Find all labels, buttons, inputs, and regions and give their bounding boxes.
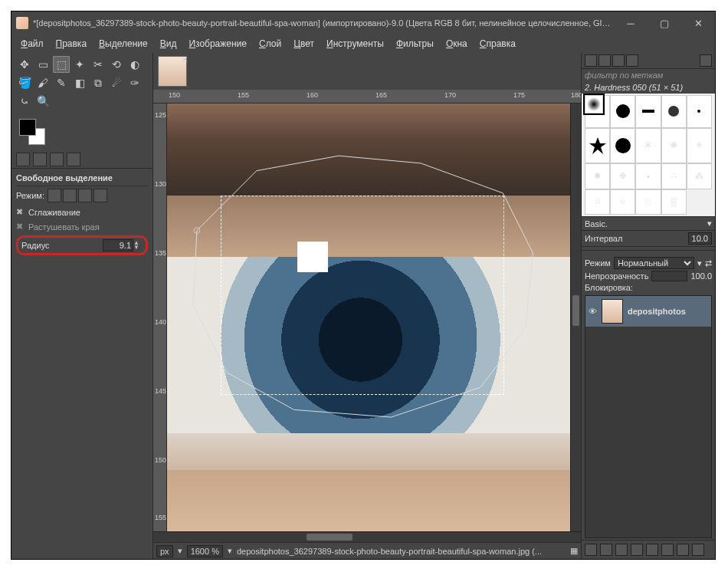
interval-value[interactable]: 10.0: [688, 232, 712, 245]
move-tool[interactable]: ✥: [16, 56, 33, 73]
feather-check[interactable]: ✖: [16, 222, 25, 232]
warp-tool[interactable]: ◐: [126, 56, 143, 73]
scrollbar-vertical[interactable]: [570, 104, 581, 531]
nav-icon[interactable]: ▦: [570, 546, 578, 556]
transform-tool[interactable]: ⟲: [108, 56, 125, 73]
zoom-tool[interactable]: 🔍: [34, 93, 51, 110]
visibility-eye-icon[interactable]: 👁: [589, 307, 597, 316]
tab-patterns[interactable]: [598, 54, 611, 67]
mask-layer-icon[interactable]: [677, 544, 689, 556]
brush-item-selected[interactable]: [585, 95, 603, 113]
raise-layer-icon[interactable]: [615, 544, 628, 556]
picker-tool[interactable]: ⤿: [16, 93, 33, 110]
opacity-value[interactable]: 100.0: [690, 271, 712, 281]
brush-item[interactable]: ❋: [661, 128, 687, 164]
close-tab-icon[interactable]: ✕: [182, 55, 188, 64]
delete-layer-icon[interactable]: [692, 544, 704, 556]
radius-value[interactable]: 9.1: [103, 239, 133, 251]
menu-windows[interactable]: Окна: [441, 37, 472, 51]
smoothing-check[interactable]: ✖: [16, 207, 25, 217]
brush-item[interactable]: ▒: [661, 189, 687, 215]
dup-layer-icon[interactable]: [646, 544, 658, 556]
close-button[interactable]: ✕: [681, 12, 715, 35]
brush-item[interactable]: ⁙: [585, 189, 610, 215]
brush-tool[interactable]: 🖌: [34, 74, 51, 91]
chevron-down-icon[interactable]: ▾: [178, 546, 182, 556]
clone-tool[interactable]: ⧉: [90, 74, 107, 91]
brush-filter[interactable]: фильтр по меткам: [582, 69, 715, 81]
menu-color[interactable]: Цвет: [289, 37, 319, 51]
brush-item[interactable]: ※: [635, 128, 661, 164]
brush-item[interactable]: [635, 95, 661, 128]
tab-image[interactable]: [67, 153, 80, 166]
opacity-slider[interactable]: [651, 271, 687, 281]
smudge-tool[interactable]: ☄: [108, 74, 125, 91]
scrollbar-horizontal[interactable]: [153, 531, 581, 542]
brush-item[interactable]: ░: [635, 189, 661, 215]
layer-name[interactable]: depositphotos: [628, 307, 686, 316]
unit-selector[interactable]: px: [156, 545, 173, 557]
menu-help[interactable]: Справка: [475, 37, 520, 51]
canvas[interactable]: [167, 104, 570, 531]
switch-icon[interactable]: ⇄: [705, 258, 712, 268]
color-swatch[interactable]: [11, 113, 152, 151]
tab-brushes[interactable]: [585, 54, 597, 67]
radius-spinner[interactable]: ▲▼: [133, 241, 143, 250]
chevron-down-icon[interactable]: ▾: [697, 258, 702, 268]
chevron-down-icon[interactable]: ▾: [228, 546, 232, 556]
menu-edit[interactable]: Правка: [51, 37, 92, 51]
maximize-button[interactable]: ▢: [648, 12, 681, 35]
rect-select-tool[interactable]: ▭: [34, 56, 51, 73]
brush-item[interactable]: ⁘: [610, 189, 635, 215]
new-layer-icon[interactable]: [585, 544, 597, 556]
tab-undo[interactable]: [50, 153, 64, 166]
lower-layer-icon[interactable]: [631, 544, 643, 556]
dock-menu-icon[interactable]: [700, 54, 712, 67]
brush-item[interactable]: [585, 128, 610, 164]
free-select-tool[interactable]: ⬚: [53, 56, 70, 73]
eraser-tool[interactable]: ◧: [71, 74, 88, 91]
zoom-field[interactable]: 1600 %: [187, 545, 223, 557]
brush-item[interactable]: [610, 128, 635, 164]
tab-device[interactable]: [33, 153, 47, 166]
tab-options[interactable]: [16, 153, 30, 166]
image-tab-1[interactable]: ✕: [158, 56, 187, 87]
bucket-tool[interactable]: 🪣: [16, 74, 33, 91]
crop-tool[interactable]: ✂: [90, 56, 107, 73]
mode-intersect[interactable]: [93, 189, 107, 202]
ruler-horizontal[interactable]: 150 155 160 165 170 175 180: [153, 90, 581, 104]
brush-item[interactable]: [687, 95, 712, 128]
basic-label[interactable]: Basic.: [585, 219, 704, 228]
menu-select[interactable]: Выделение: [94, 37, 152, 51]
mode-replace[interactable]: [48, 189, 61, 202]
brush-item[interactable]: •: [635, 163, 661, 189]
brush-item[interactable]: [610, 95, 635, 128]
minimize-button[interactable]: ─: [614, 12, 648, 35]
menu-view[interactable]: Вид: [156, 37, 182, 51]
brush-item[interactable]: ✳: [687, 128, 712, 164]
menu-tools[interactable]: Инструменты: [322, 37, 389, 51]
ruler-vertical[interactable]: 125 130 135 140 145 150 155: [153, 104, 167, 531]
brush-item[interactable]: ❉: [610, 163, 635, 189]
scroll-thumb-h[interactable]: [307, 534, 353, 541]
mode-add[interactable]: [63, 189, 77, 202]
fg-color[interactable]: [19, 119, 36, 136]
mode-subtract[interactable]: [78, 189, 92, 202]
brush-item[interactable]: ⁂: [687, 163, 712, 189]
menu-image[interactable]: Изображение: [184, 37, 251, 51]
brush-item[interactable]: ∴: [661, 163, 687, 189]
tab-history[interactable]: [626, 54, 638, 67]
path-tool[interactable]: ✑: [126, 74, 143, 91]
chevron-down-icon[interactable]: ▾: [707, 219, 712, 228]
merge-layer-icon[interactable]: [661, 544, 674, 556]
brush-item[interactable]: [661, 95, 687, 128]
pencil-tool[interactable]: ✎: [53, 74, 70, 91]
layer-row[interactable]: 👁 depositphotos: [585, 296, 711, 327]
menu-filters[interactable]: Фильтры: [392, 37, 438, 51]
menu-file[interactable]: Файл: [16, 37, 48, 51]
layer-mode-select[interactable]: Нормальный: [614, 257, 694, 269]
scroll-thumb-v[interactable]: [572, 295, 579, 326]
tab-fonts[interactable]: [612, 54, 625, 67]
menu-layer[interactable]: Слой: [254, 37, 286, 51]
fuzzy-select-tool[interactable]: ✦: [71, 56, 88, 73]
